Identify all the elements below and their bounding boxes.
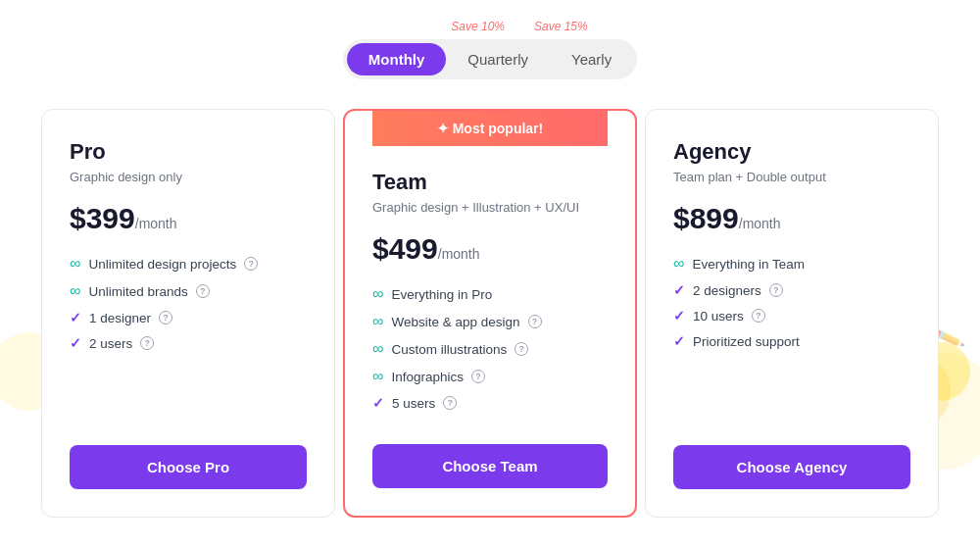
feature-team-3: ∞ Custom illustrations ? (372, 340, 608, 358)
choose-team-button[interactable]: Choose Team (372, 444, 608, 488)
plan-name-team: Team (372, 170, 608, 195)
check-icon: ✓ (673, 282, 685, 298)
feature-agency-3: ✓ 10 users ? (673, 308, 910, 324)
plan-price-amount-pro: $399 (70, 202, 135, 234)
feature-text: Infographics (391, 370, 464, 384)
feature-text: 2 users (89, 336, 132, 351)
feature-text: 2 designers (693, 283, 761, 298)
feature-team-4: ∞ Infographics ? (372, 368, 608, 385)
billing-toggle: Monthly Quarterly Yearly (343, 39, 637, 79)
help-icon[interactable]: ? (752, 309, 765, 323)
check-icon: ✓ (70, 310, 81, 325)
plan-desc-team: Graphic design + Illustration + UX/UI (372, 199, 608, 217)
feature-text: 5 users (392, 396, 435, 411)
plan-card-agency: Agency Team plan + Double output $899/mo… (645, 109, 939, 518)
check-icon: ✓ (372, 395, 384, 411)
feature-agency-2: ✓ 2 designers ? (673, 282, 910, 298)
help-icon[interactable]: ? (528, 315, 542, 328)
save-yearly-label: Save 15% (534, 20, 588, 33)
plan-desc-pro: Graphic design only (70, 169, 307, 186)
feature-text: Custom illustrations (391, 342, 507, 357)
plan-price-amount-team: $499 (372, 232, 438, 265)
feature-text: Everything in Pro (391, 287, 492, 302)
feature-pro-2: ∞ Unlimited brands ? (70, 282, 307, 300)
plan-card-team: ✦ Most popular! Team Graphic design + Il… (343, 109, 637, 518)
plan-name-agency: Agency (673, 139, 910, 165)
check-icon: ✓ (70, 335, 81, 351)
check-icon: ✓ (673, 333, 685, 349)
plan-name-pro: Pro (70, 139, 307, 165)
feature-team-1: ∞ Everything in Pro (372, 285, 608, 303)
billing-option-quarterly[interactable]: Quarterly (446, 43, 550, 75)
plan-price-amount-agency: $899 (673, 202, 739, 234)
feature-pro-3: ✓ 1 designer ? (70, 310, 307, 325)
plan-price-period-agency: /month (739, 216, 781, 231)
choose-pro-button[interactable]: Choose Pro (70, 445, 307, 489)
feature-agency-4: ✓ Prioritized support (673, 333, 910, 349)
plan-price-agency: $899/month (673, 202, 910, 235)
feature-text: Unlimited brands (88, 284, 187, 299)
help-icon[interactable]: ? (769, 283, 783, 297)
feature-text: 10 users (693, 309, 744, 324)
help-icon[interactable]: ? (443, 396, 457, 410)
infinity-icon: ∞ (372, 285, 383, 303)
infinity-icon: ∞ (673, 255, 684, 273)
help-icon[interactable]: ? (514, 342, 528, 356)
plans-container: Pro Graphic design only $399/month ∞ Unl… (20, 109, 960, 518)
feature-text: Website & app design (391, 315, 519, 329)
features-list-pro: ∞ Unlimited design projects ? ∞ Unlimite… (70, 255, 307, 422)
features-list-agency: ∞ Everything in Team ✓ 2 designers ? ✓ 1… (673, 255, 910, 422)
infinity-icon: ∞ (372, 368, 383, 385)
feature-team-5: ✓ 5 users ? (372, 395, 608, 411)
plan-price-period-pro: /month (135, 216, 177, 231)
plan-card-pro: Pro Graphic design only $399/month ∞ Unl… (41, 109, 335, 518)
feature-pro-1: ∞ Unlimited design projects ? (70, 255, 307, 273)
check-icon: ✓ (673, 308, 685, 324)
save-quarterly-label: Save 10% (451, 20, 505, 33)
help-icon[interactable]: ? (159, 311, 172, 324)
help-icon[interactable]: ? (471, 370, 485, 383)
billing-option-monthly[interactable]: Monthly (347, 43, 447, 75)
feature-agency-1: ∞ Everything in Team (673, 255, 910, 273)
feature-text: 1 designer (89, 311, 151, 325)
feature-text: Prioritized support (693, 334, 800, 349)
feature-text: Unlimited design projects (88, 257, 236, 272)
infinity-icon: ∞ (372, 340, 383, 358)
infinity-icon: ∞ (372, 313, 383, 330)
choose-agency-button[interactable]: Choose Agency (673, 445, 910, 489)
help-icon[interactable]: ? (140, 336, 154, 350)
help-icon[interactable]: ? (196, 284, 210, 298)
infinity-icon: ∞ (70, 255, 80, 273)
plan-price-team: $499/month (372, 232, 608, 266)
feature-team-2: ∞ Website & app design ? (372, 313, 608, 330)
billing-section: Save 10% Save 15% Monthly Quarterly Year… (343, 20, 637, 79)
features-list-team: ∞ Everything in Pro ∞ Website & app desi… (372, 285, 608, 421)
help-icon[interactable]: ? (244, 257, 258, 271)
billing-option-yearly[interactable]: Yearly (550, 43, 633, 75)
plan-desc-agency: Team plan + Double output (673, 169, 910, 186)
plan-price-pro: $399/month (70, 202, 307, 235)
feature-pro-4: ✓ 2 users ? (70, 335, 307, 351)
most-popular-banner: ✦ Most popular! (372, 111, 608, 146)
save-labels: Save 10% Save 15% (451, 20, 587, 33)
infinity-icon: ∞ (70, 282, 80, 300)
plan-price-period-team: /month (438, 246, 480, 262)
feature-text: Everything in Team (692, 257, 805, 272)
